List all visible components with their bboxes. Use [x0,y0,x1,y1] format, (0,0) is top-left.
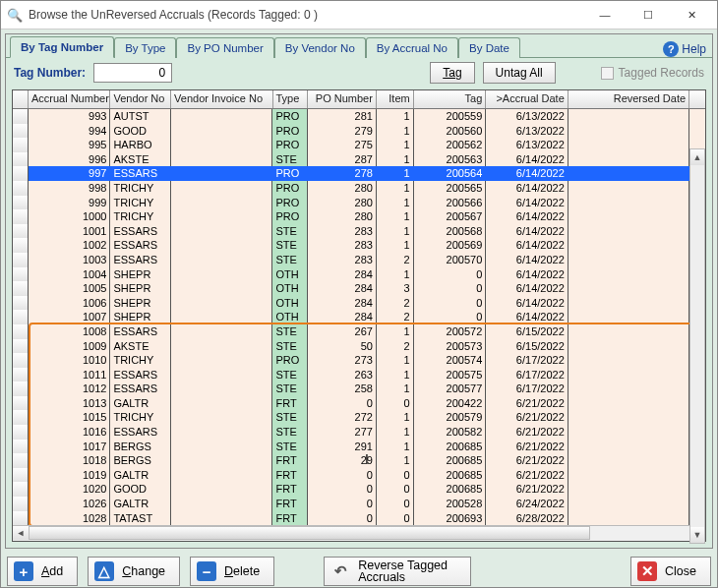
tagged-records-checkbox[interactable]: Tagged Records [601,66,704,80]
cell-tag: 200693 [414,511,487,526]
table-row[interactable]: 1008ESSARSSTE26712005726/15/2022 [13,324,705,339]
reverse-tagged-button[interactable]: ↶ Reverse Tagged Accruals [324,557,471,586]
table-row[interactable]: 1001ESSARSSTE28312005686/14/2022 [13,224,705,239]
cell-po: 283 [308,224,377,239]
col-item[interactable]: Item [377,90,414,108]
cell-tag: 200568 [414,224,487,239]
table-row[interactable]: 993AUTSTPRO28112005596/13/2022 [13,109,705,124]
table-row[interactable]: 1009AKSTESTE5022005736/15/2022 [13,339,705,354]
table-row[interactable]: 1000TRICHYPRO28012005676/14/2022 [13,209,705,224]
tab-by-date[interactable]: By Date [458,37,520,58]
cell-vendor: GOOD [110,482,171,497]
table-row[interactable]: 1011ESSARSSTE26312005756/17/2022 [13,368,705,382]
scroll-left-icon[interactable]: ◄ [13,526,29,540]
table-row[interactable]: 1002ESSARSSTE28312005696/14/2022 [13,238,705,253]
cell-type: PRO [272,353,308,368]
tag-button[interactable]: Tag [430,62,474,84]
cell-tag: 0 [414,310,487,324]
grid-body[interactable]: 993AUTSTPRO28112005596/13/2022994GOODPRO… [13,109,705,525]
table-row[interactable]: 1020GOODFRT002006856/21/2022 [13,482,705,497]
cell-vendor-invoice [171,511,272,526]
close-window-button[interactable]: ✕ [670,1,713,29]
table-row[interactable]: 1003ESSARSSTE28322005706/14/2022 [13,253,705,267]
row-marker [13,511,29,526]
help-button[interactable]: ? Help [663,41,706,57]
table-row[interactable]: 999TRICHYPRO28012005666/14/2022 [13,196,705,210]
cell-reversed-date [568,382,689,396]
maximize-button[interactable]: ☐ [627,1,670,29]
tab-by-accrual-no[interactable]: By Accrual No [366,37,458,58]
table-row[interactable]: 1016ESSARSSTE27712005826/21/2022 [13,425,705,440]
row-marker [13,152,29,167]
table-row[interactable]: 1004SHEPROTH284106/14/2022 [13,267,705,282]
cell-item: 1 [377,238,414,253]
add-button[interactable]: + Add [7,557,78,586]
cell-type: PRO [272,196,308,210]
cell-reversed-date [568,497,689,511]
close-button[interactable]: ✕ Close [630,557,711,586]
cell-accrual-date: 6/14/2022 [486,166,568,181]
cell-type: PRO [272,181,308,196]
minimize-button[interactable]: — [583,1,627,29]
cell-item: 0 [377,511,414,526]
table-row[interactable]: 1010TRICHYPRO27312005746/17/2022 [13,353,705,368]
col-tag[interactable]: Tag [414,90,487,108]
cell-tag: 0 [414,296,487,311]
col-vendor-no[interactable]: Vendor No [110,90,171,108]
table-row[interactable]: 995HARBOPRO27512005626/13/2022 [13,138,705,152]
cell-tag: 200560 [414,124,487,139]
cell-po: 272 [308,410,377,425]
cell-vendor: TRICHY [110,196,171,210]
data-grid[interactable]: Accrual Number Vendor No Vendor Invoice … [12,89,706,542]
horizontal-scrollbar[interactable]: ◄ ► [13,525,705,541]
col-reversed-date[interactable]: Reversed Date [568,90,689,108]
hscroll-thumb[interactable] [29,526,590,540]
tab-by-vendor-no[interactable]: By Vendor No [274,37,366,58]
tab-by-type[interactable]: By Type [114,37,176,58]
table-row[interactable]: 1007SHEPROTH284206/14/2022 [13,310,705,324]
change-button[interactable]: △ Change [88,557,180,586]
col-vendor-invoice-no[interactable]: Vendor Invoice No [171,90,272,108]
table-row[interactable]: 1019GALTRFRT002006856/21/2022 [13,468,705,483]
cell-tag: 200573 [414,339,487,354]
delete-button[interactable]: − Delete [190,557,274,586]
table-row[interactable]: 1005SHEPROTH284306/14/2022 [13,281,705,296]
cell-type: STE [272,410,308,425]
table-row[interactable]: 994GOODPRO27912005606/13/2022 [13,124,705,139]
table-row[interactable]: 1026GALTRFRT002005286/24/2022 [13,497,705,511]
cell-vendor: ESSARS [110,224,171,239]
untag-all-button[interactable]: Untag All [483,62,556,84]
table-row[interactable]: 998TRICHYPRO28012005656/14/2022 [13,181,705,196]
cell-vendor-invoice [171,281,272,296]
cell-po: 280 [308,196,377,210]
table-row[interactable]: 997ESSARSPRO27812005646/14/2022 [13,166,705,181]
table-row[interactable]: 1013GALTRFRT002004226/21/2022 [13,396,705,411]
table-row[interactable]: 996AKSTESTE28712005636/14/2022 [13,152,705,167]
col-accrual-number[interactable]: Accrual Number [29,90,111,108]
col-accrual-date[interactable]: >Accrual Date [486,90,568,108]
cell-reversed-date [568,281,689,296]
table-row[interactable]: 1015TRICHYSTE27212005796/21/2022 [13,410,705,425]
table-row[interactable]: 1006SHEPROTH284206/14/2022 [13,296,705,311]
cell-po: 0 [308,482,377,497]
cell-accrual-date: 6/14/2022 [486,152,568,167]
table-row[interactable]: 1017BERGSSTE29112006856/21/2022 [13,440,705,454]
table-row[interactable]: 1012ESSARSSTE25812005776/17/2022 [13,382,705,396]
cell-accrual: 1002 [29,238,111,253]
table-row[interactable]: 1028TATASTFRT002006936/28/2022 [13,511,705,526]
tag-number-input[interactable] [93,63,172,83]
cell-item: 1 [377,425,414,440]
scroll-down-icon[interactable]: ▼ [690,527,704,543]
cell-po: 278 [308,166,377,181]
col-po-number[interactable]: PO Number [308,90,377,108]
scroll-up-icon[interactable]: ▲ [690,149,704,165]
cell-vendor: GALTR [110,468,171,483]
hscroll-track[interactable] [29,526,689,541]
tag-number-label: Tag Number: [14,66,86,80]
cell-po: 283 [308,253,377,267]
tab-by-po-number[interactable]: By PO Number [176,37,273,58]
tab-by-tag-number[interactable]: By Tag Number [10,36,114,58]
col-type[interactable]: Type [273,90,309,108]
vertical-scrollbar[interactable]: ▲ ▼ [689,148,705,544]
table-row[interactable]: 1018BERGSFRT2912006856/21/2022 [13,453,705,468]
